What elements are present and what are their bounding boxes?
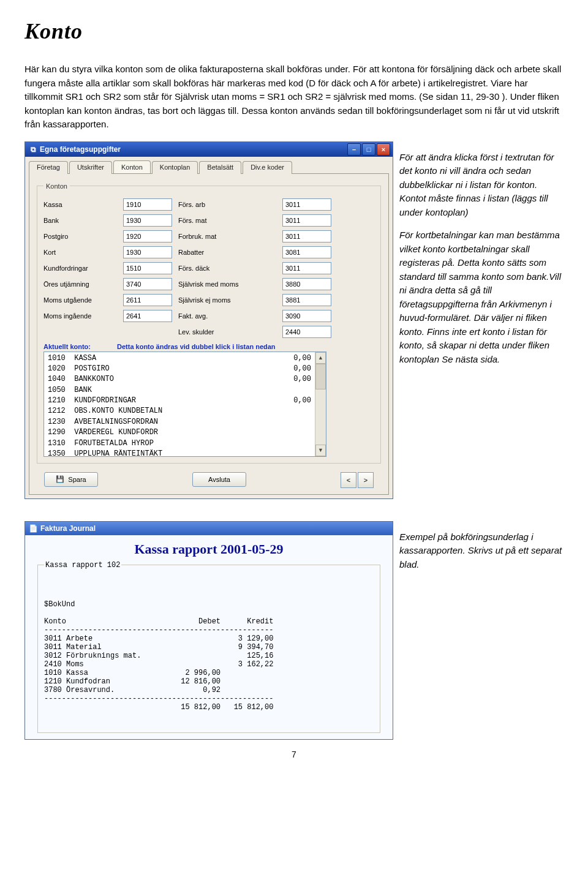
konto-input[interactable] — [282, 294, 331, 306]
aktuellt-label: Aktuellt konto: — [43, 343, 117, 350]
aktuellt-note: Detta konto ändras vid dubbel klick i li… — [117, 343, 374, 350]
field-label: Förs. arb — [178, 201, 276, 208]
scroll-down-icon[interactable]: ▼ — [315, 445, 326, 456]
konto-input[interactable] — [123, 262, 172, 274]
list-item[interactable]: 1350 UPPLUPNA RÄNTEINTÄKT — [48, 449, 311, 456]
field-label: Förs. däck — [178, 265, 276, 272]
field-label: Kassa — [43, 201, 117, 208]
konto-input[interactable] — [123, 230, 172, 242]
page-number: 7 — [24, 750, 564, 759]
list-item[interactable]: 1020 POSTGIRO0,00 — [48, 364, 311, 374]
titlebar: ⧉ Egna företagsuppgifter – □ × — [25, 142, 393, 157]
side-note-2: För kortbetalningar kan man bestämma vil… — [399, 228, 564, 366]
konto-input[interactable] — [282, 214, 331, 227]
tab-betals-tt[interactable]: Betalsätt — [199, 161, 241, 174]
report-window: 📄 Faktura Journal Kassa rapport 2001-05-… — [24, 521, 393, 740]
scroll-up-icon[interactable]: ▲ — [315, 352, 326, 364]
save-button[interactable]: 💾 Spara — [44, 472, 98, 487]
field-label: Lev. skulder — [178, 328, 276, 336]
app-icon: ⧉ — [29, 145, 37, 154]
konto-input[interactable] — [282, 246, 331, 258]
list-item[interactable]: 1290 VÄRDEREGL KUNDFORDR — [48, 427, 311, 438]
report-content: $BokUnd Konto Debet Kredit -------------… — [44, 600, 374, 712]
field-label: Moms utgående — [43, 296, 117, 304]
konto-input[interactable] — [282, 326, 331, 338]
list-item[interactable]: 1010 KASSA0,00 — [48, 353, 311, 364]
maximize-button[interactable]: □ — [362, 143, 375, 156]
next-button[interactable]: > — [358, 472, 374, 488]
field-label: Fakt. avg. — [178, 312, 276, 320]
scrollbar[interactable]: ▲ ▼ — [315, 352, 326, 456]
field-label: Moms ingående — [43, 312, 117, 320]
list-item[interactable]: 1212 OBS.KONTO KUNDBETALN — [48, 406, 311, 416]
window-title: Egna företagsuppgifter — [40, 145, 121, 154]
report-titlebar: 📄 Faktura Journal — [25, 522, 393, 535]
group-legend: Konton — [43, 182, 70, 190]
report-app-icon: 📄 — [29, 524, 38, 533]
intro-paragraph: Här kan du styra vilka konton som de oli… — [24, 62, 564, 132]
prev-button[interactable]: < — [341, 472, 356, 488]
field-label: Forbruk. mat — [178, 233, 276, 240]
konto-input[interactable] — [123, 214, 172, 227]
konto-input[interactable] — [282, 262, 331, 274]
tab-konton[interactable]: Konton — [113, 160, 151, 173]
list-item[interactable]: 1210 KUNDFORDRINGAR0,00 — [48, 396, 311, 406]
konto-input[interactable] — [123, 198, 172, 211]
report-heading: Kassa rapport 2001-05-29 — [25, 535, 393, 561]
close-panel-button[interactable]: Avsluta — [192, 472, 246, 487]
list-item[interactable]: 1230 AVBETALNINGSFORDRAN — [48, 417, 311, 427]
save-icon: 💾 — [56, 475, 64, 483]
tab-f-retag[interactable]: Företag — [29, 161, 68, 174]
field-label: Rabatter — [178, 249, 276, 256]
side-note-3: Exempel på bokföringsunderlag i kassarap… — [399, 530, 564, 572]
konto-input[interactable] — [123, 294, 172, 306]
konto-input[interactable] — [282, 310, 331, 322]
konto-input[interactable] — [282, 230, 331, 242]
field-label: Förs. mat — [178, 217, 276, 224]
field-label: Självrisk ej moms — [178, 296, 276, 304]
konto-input[interactable] — [123, 278, 172, 290]
field-label: Kundfordringar — [43, 265, 117, 272]
konto-list[interactable]: 1010 KASSA0,001020 POSTGIRO0,001040 BANK… — [43, 352, 326, 457]
tab-div-e-koder[interactable]: Div.e koder — [243, 161, 292, 174]
konto-input[interactable] — [282, 278, 331, 290]
konto-input[interactable] — [123, 246, 172, 258]
report-group-legend: Kassa rapport 102 — [44, 561, 121, 570]
settings-window: ⧉ Egna företagsuppgifter – □ × FöretagUt… — [24, 141, 393, 499]
tab-utskrifter[interactable]: Utskrifter — [69, 161, 112, 174]
konto-input[interactable] — [282, 198, 331, 211]
field-label: Öres utjämning — [43, 280, 117, 288]
close-button[interactable]: × — [377, 143, 390, 156]
list-item[interactable]: 1040 BANKKONTO0,00 — [48, 374, 311, 385]
minimize-button[interactable]: – — [347, 143, 361, 156]
field-label: Bank — [43, 217, 117, 224]
list-item[interactable]: 1050 BANK — [48, 385, 311, 396]
page-title: Konto — [24, 18, 564, 44]
field-label: Postgiro — [43, 233, 117, 240]
field-label: Kort — [43, 249, 117, 256]
field-label: Självrisk med moms — [178, 280, 276, 288]
tab-kontoplan[interactable]: Kontoplan — [152, 161, 198, 174]
report-window-title: Faktura Journal — [40, 524, 96, 533]
list-item[interactable]: 1310 FÖRUTBETALDA HYROP — [48, 438, 311, 449]
scroll-thumb[interactable] — [315, 364, 326, 389]
side-note-1: För att ändra klicka först i textrutan f… — [399, 151, 564, 220]
konto-input[interactable] — [123, 310, 172, 322]
